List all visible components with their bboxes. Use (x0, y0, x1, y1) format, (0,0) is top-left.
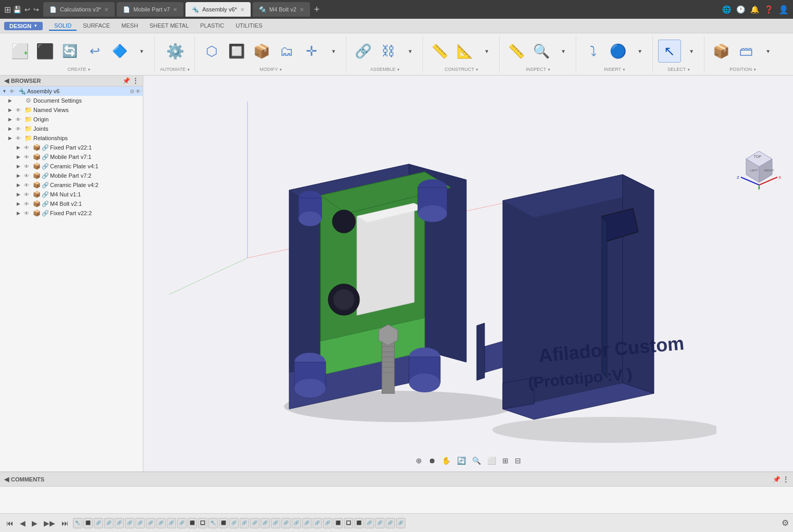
tab-mobile-part[interactable]: 📄 Mobile Part v7 ✕ (117, 2, 183, 17)
timeline-item-7[interactable]: 🔗 (146, 518, 155, 528)
design-button[interactable]: DESIGN ▼ (4, 22, 43, 30)
tool-revolve[interactable]: 🔄 (58, 40, 81, 63)
automate-label[interactable]: AUTOMATE ▼ (160, 67, 190, 72)
timeline-item-9[interactable]: 🔗 (167, 518, 176, 528)
inspect-label[interactable]: INSPECT ▼ (526, 67, 551, 72)
browser-item-ceramic-1[interactable]: ▶ 👁 📦 🔗 Ceramic Plate v4:1 (0, 162, 143, 171)
new-tab-button[interactable]: + (314, 4, 320, 15)
redo-icon[interactable]: ↪ (33, 6, 39, 14)
tool-measure[interactable]: 📏 (505, 40, 528, 63)
browser-item-mobile-part-1[interactable]: ▶ 👁 📦 🔗 Mobile Part v7:1 (0, 152, 143, 162)
browser-item-ceramic-2[interactable]: ▶ 👁 📦 🔗 Ceramic Plate v4:2 (0, 180, 143, 190)
tool-axis[interactable]: 📐 (453, 40, 476, 63)
zoom-icon[interactable]: 🔍 (470, 455, 482, 466)
timeline-item-21[interactable]: 🔗 (292, 518, 301, 528)
notifications-icon[interactable]: 🔔 (750, 5, 759, 14)
tool-push-pull[interactable]: ⬡ (200, 40, 223, 63)
app-menu-icon[interactable]: ⊞ (4, 5, 11, 15)
grid-icon[interactable]: ⊞ (501, 455, 510, 466)
timeline-item-19[interactable]: 🔗 (271, 518, 280, 528)
tool-pos1[interactable]: 📦 (710, 40, 733, 63)
zoom-orbit-icon[interactable]: 🔄 (455, 455, 467, 466)
timeline-item-8[interactable]: 🔗 (156, 518, 166, 528)
undo-icon[interactable]: ↩ (24, 6, 30, 14)
tab-solid[interactable]: SOLID (49, 21, 77, 31)
browser-vis-nut[interactable]: 👁 (24, 192, 31, 197)
browser-vis-fp1[interactable]: 👁 (24, 145, 31, 151)
tool-more-inspect[interactable]: ▼ (555, 43, 572, 59)
browser-vis-views[interactable]: 👁 (16, 107, 23, 113)
browser-item-fixed-part-2[interactable]: ▶ 👁 📦 🔗 Fixed Part v22:2 (0, 208, 143, 218)
timeline-item-6[interactable]: 🔗 (135, 518, 145, 528)
orbit-icon[interactable]: ⊕ (414, 455, 424, 466)
record-icon[interactable]: ⏺ (427, 455, 437, 466)
comments-expand-icon[interactable]: ⋮ (783, 476, 789, 483)
tool-joint1[interactable]: 🔗 (352, 40, 375, 63)
browser-vis-relationships[interactable]: 👁 (16, 135, 23, 141)
timeline-item-27[interactable]: ⬛ (354, 518, 364, 528)
timeline-item-17[interactable]: 🔗 (250, 518, 259, 528)
tool-move[interactable]: ✛ (300, 40, 323, 63)
timeline-item-1[interactable]: ⬛ (83, 518, 93, 528)
tab-surface[interactable]: SURFACE (78, 21, 115, 31)
timeline-item-28[interactable]: 🔗 (365, 518, 374, 528)
tab-utilities[interactable]: UTILITIES (230, 21, 267, 31)
viewport[interactable]: Afilador Custom (Prototipo :V ) TOP LEFT… (143, 76, 793, 472)
tab-close-assembly[interactable]: ✕ (240, 7, 244, 13)
browser-item-m4-bolt[interactable]: ▶ 👁 📦 🔗 M4 Bolt v2:1 (0, 199, 143, 208)
extra-icon[interactable]: ⊟ (513, 455, 523, 466)
tool-loft[interactable]: 🔷 (108, 40, 131, 63)
tool-more-assemble[interactable]: ▼ (402, 43, 418, 59)
tab-assembly[interactable]: 🔩 Assembly v6* ✕ (185, 2, 251, 17)
tool-sweep[interactable]: ↩ (83, 40, 106, 63)
browser-item-fixed-part-1[interactable]: ▶ 👁 📦 🔗 Fixed Part v22:1 (0, 143, 143, 152)
browser-eye2-assembly[interactable]: 👁 (135, 89, 141, 94)
timeline-item-3[interactable]: 🔗 (104, 518, 114, 528)
browser-item-mobile-part-2[interactable]: ▶ 👁 📦 🔗 Mobile Part v7:2 (0, 171, 143, 180)
create-label[interactable]: CREATE ▼ (68, 67, 91, 72)
browser-item-named-views[interactable]: ▶ 👁 📁 Named Views (0, 105, 143, 115)
timeline-item-13[interactable]: 🔧 (208, 518, 218, 528)
tab-calculations[interactable]: 📄 Calculations v3* ✕ (43, 2, 115, 17)
browser-item-relationships[interactable]: ▶ 👁 📁 Relationships (0, 133, 143, 143)
browser-vis-cp1[interactable]: 👁 (24, 164, 31, 169)
timeline-item-2[interactable]: 🔗 (94, 518, 103, 528)
browser-vis-fp2[interactable]: 👁 (24, 211, 31, 216)
tool-chamfer[interactable]: 📦 (250, 40, 273, 63)
browser-item-origin[interactable]: ▶ 👁 📁 Origin (0, 115, 143, 124)
browser-vis-joints[interactable]: 👁 (16, 126, 23, 132)
insert-label[interactable]: INSERT ▼ (604, 67, 626, 72)
timeline-item-30[interactable]: 🔗 (386, 518, 395, 528)
timeline-item-29[interactable]: 🔗 (375, 518, 385, 528)
select-label[interactable]: SELECT ▼ (667, 67, 690, 72)
position-label[interactable]: POSITION ▼ (729, 67, 757, 72)
timeline-item-18[interactable]: 🔗 (261, 518, 270, 528)
tool-extrude[interactable]: ⬛ (33, 40, 56, 63)
tab-close-calc[interactable]: ✕ (104, 7, 108, 13)
timeline-item-14[interactable]: ⬛ (219, 518, 228, 528)
browser-item-doc-settings[interactable]: ▶ 👁 ⚙ Document Settings (0, 96, 143, 105)
browser-vis-origin[interactable]: 👁 (16, 117, 23, 122)
browser-item-m4-nut[interactable]: ▶ 👁 📦 🔗 M4 Nut v1:1 (0, 190, 143, 199)
tool-insert1[interactable]: ⤵ (581, 40, 604, 63)
tl-end[interactable]: ⏭ (59, 518, 71, 528)
timeline-item-24[interactable]: 🔗 (323, 518, 332, 528)
tool-fillet[interactable]: 🔲 (225, 40, 248, 63)
tool-joint2[interactable]: ⛓ (377, 40, 400, 63)
timeline-item-26[interactable]: 🔲 (344, 518, 353, 528)
timeline-item-12[interactable]: 🔲 (198, 518, 207, 528)
construct-label[interactable]: CONSTRUCT ▼ (444, 67, 478, 72)
comments-collapse-icon[interactable]: ◀ (4, 476, 9, 483)
timeline-item-25[interactable]: ⬛ (333, 518, 343, 528)
tab-sheet-metal[interactable]: SHEET METAL (144, 21, 194, 31)
timeline-item-0[interactable]: 🔧 (73, 518, 82, 528)
tool-insert2[interactable]: 🔵 (606, 40, 629, 63)
tab-mesh[interactable]: MESH (116, 21, 143, 31)
browser-item-assembly[interactable]: ▼ 👁 🔩 Assembly v6 ⚙ 👁 (0, 86, 143, 96)
tab-close-bolt[interactable]: ✕ (300, 7, 304, 13)
comments-pin-icon[interactable]: 📌 (773, 476, 780, 483)
timeline-item-10[interactable]: 🔗 (177, 518, 187, 528)
timeline-item-16[interactable]: 🔗 (240, 518, 249, 528)
browser-vis-bolt[interactable]: 👁 (24, 201, 31, 207)
assemble-label[interactable]: ASSEMBLE ▼ (370, 67, 400, 72)
